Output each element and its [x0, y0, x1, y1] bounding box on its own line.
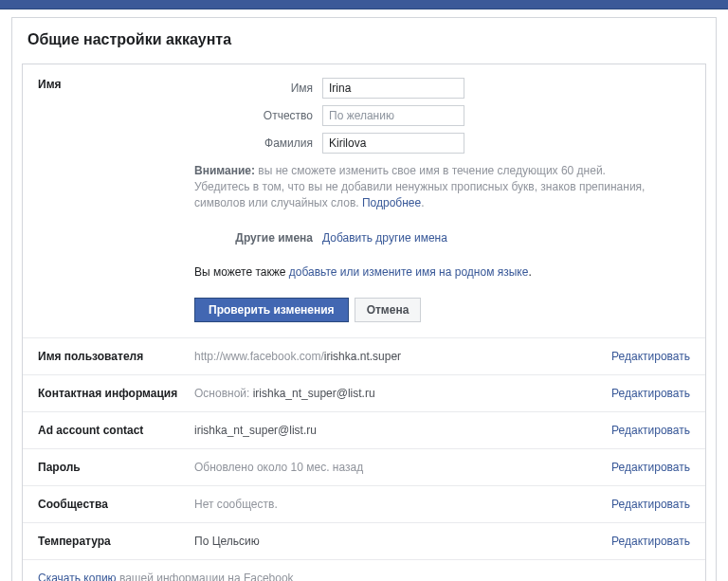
first-name-input[interactable]: [322, 78, 464, 99]
other-names-label: Другие имена: [194, 231, 322, 245]
temperature-label: Температура: [38, 535, 194, 548]
temperature-edit-link[interactable]: Редактировать: [611, 535, 690, 548]
contact-value: Основной: irishka_nt_super@list.ru: [194, 387, 611, 400]
password-value: Обновлено около 10 мес. назад: [194, 461, 611, 474]
networks-label: Сообщества: [38, 498, 194, 511]
password-edit-link[interactable]: Редактировать: [611, 461, 690, 474]
last-name-input[interactable]: [322, 133, 464, 154]
username-edit-link[interactable]: Редактировать: [611, 350, 690, 363]
page-title: Общие настройки аккаунта: [12, 18, 716, 64]
download-copy-link[interactable]: Скачать копию: [38, 572, 117, 581]
name-warning: Внимание: вы не сможете изменить свое им…: [194, 163, 690, 210]
warning-bold: Внимание:: [194, 164, 255, 177]
middle-name-label: Отчество: [194, 109, 322, 122]
row-networks: Сообщества Нет сообществ. Редактировать: [23, 486, 705, 523]
username-label: Имя пользователя: [38, 350, 194, 363]
row-adcontact: Ad account contact irishka_nt_super@list…: [23, 412, 705, 449]
row-password: Пароль Обновлено около 10 мес. назад Ред…: [23, 449, 705, 486]
page-container: Общие настройки аккаунта Имя Имя Отчеств…: [11, 17, 717, 581]
contact-edit-link[interactable]: Редактировать: [611, 387, 690, 400]
native-language-link[interactable]: добавьте или измените имя на родном язык…: [289, 265, 529, 279]
row-contact: Контактная информация Основной: irishka_…: [23, 375, 705, 412]
first-name-label: Имя: [194, 82, 322, 95]
adcontact-value: irishka_nt_super@list.ru: [194, 424, 611, 437]
native-prefix: Вы можете также: [194, 265, 289, 279]
temperature-value: По Цельсию: [194, 535, 611, 548]
adcontact-label: Ad account contact: [38, 424, 194, 437]
review-changes-button[interactable]: Проверить изменения: [194, 298, 349, 322]
cancel-button[interactable]: Отмена: [355, 298, 422, 322]
last-name-label: Фамилия: [194, 136, 322, 150]
password-label: Пароль: [38, 461, 194, 474]
middle-name-input[interactable]: [322, 105, 464, 126]
settings-panel: Имя Имя Отчество Фамилия В: [22, 64, 706, 581]
adcontact-edit-link[interactable]: Редактировать: [611, 424, 690, 437]
top-bar: [0, 0, 728, 9]
row-username: Имя пользователя http://www.facebook.com…: [23, 338, 705, 375]
learn-more-link[interactable]: Подробнее: [362, 196, 421, 209]
row-temperature: Температура По Цельсию Редактировать: [23, 523, 705, 560]
contact-label: Контактная информация: [38, 387, 194, 400]
native-language-row: Вы можете также добавьте или измените им…: [194, 265, 690, 279]
add-other-names-link[interactable]: Добавить другие имена: [322, 231, 447, 245]
name-heading: Имя: [38, 78, 194, 322]
networks-value: Нет сообществ.: [194, 498, 611, 511]
download-suffix: вашей информации на Facebook: [117, 572, 294, 581]
networks-edit-link[interactable]: Редактировать: [611, 498, 690, 511]
name-section: Имя Имя Отчество Фамилия В: [23, 64, 705, 338]
username-value: http://www.facebook.com/irishka.nt.super: [194, 350, 611, 363]
download-row: Скачать копию вашей информации на Facebo…: [23, 560, 705, 581]
